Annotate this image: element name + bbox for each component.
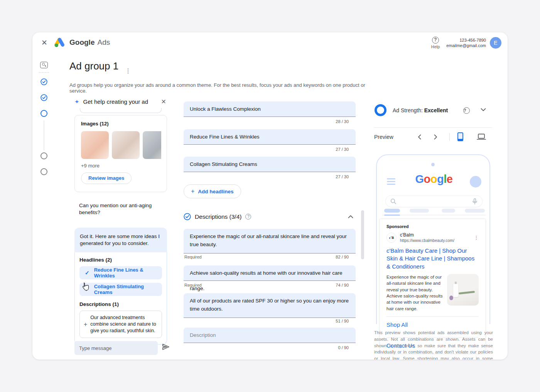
ad-strength-help-icon[interactable]: ? bbox=[463, 106, 470, 114]
ad-image-thumbnail-2[interactable] bbox=[112, 131, 140, 159]
chat-message-input[interactable] bbox=[74, 341, 158, 355]
ad-strength-ring-icon bbox=[375, 104, 386, 116]
mobile-preview-icon[interactable] bbox=[457, 132, 463, 141]
search-icon bbox=[390, 198, 397, 204]
chat-user-message: Can you mention our anti-aging benefits? bbox=[79, 202, 158, 216]
step-completed-icon-1[interactable] bbox=[40, 78, 47, 85]
image-thumbnails bbox=[81, 131, 161, 159]
ad-headline-link[interactable]: c'Balm Beauty Care | Shop Our Skin & Hai… bbox=[386, 247, 479, 270]
headlines-suggestions-label: Headlines (2) bbox=[79, 257, 162, 263]
descriptions-header: Descriptions (3/4) bbox=[195, 213, 241, 220]
ad-product-image bbox=[447, 274, 479, 306]
account-phone: 123-456-7890 bbox=[417, 37, 486, 43]
preview-disclaimer: This preview shows potential ads assembl… bbox=[374, 329, 493, 360]
description-input-3[interactable]: All of our products are rated SPF 30 or … bbox=[184, 293, 356, 318]
step-current-icon[interactable] bbox=[40, 110, 47, 117]
advertiser-logo: c'B bbox=[386, 233, 397, 243]
headline-input-2[interactable]: Reduce Fine Lines & Wrinkles bbox=[184, 129, 356, 145]
close-icon[interactable]: ✕ bbox=[40, 39, 49, 47]
step-completed-icon-2[interactable] bbox=[40, 94, 47, 101]
step-connector bbox=[44, 120, 44, 150]
avatar[interactable]: E bbox=[490, 37, 501, 49]
step-upcoming-icon-1[interactable] bbox=[40, 152, 47, 159]
microphone-icon bbox=[472, 198, 478, 204]
more-images-label: +9 more bbox=[81, 163, 160, 169]
mouse-cursor bbox=[82, 282, 89, 291]
scrolled-card-edge bbox=[80, 108, 162, 113]
assistant-header: ✦ Get help creating your ad ✕ bbox=[74, 98, 167, 105]
add-headlines-button[interactable]: + Add headlines bbox=[184, 184, 241, 198]
account-info: 123-456-7890 emailme@gmail.com bbox=[417, 37, 486, 48]
step-upcoming-icon-2[interactable] bbox=[40, 168, 47, 175]
headline-input-1[interactable]: Unlock a Flawless Complexion bbox=[184, 101, 356, 117]
panel-divider bbox=[374, 127, 492, 128]
collapse-chevron-up-icon[interactable] bbox=[348, 215, 353, 218]
plus-icon: + bbox=[84, 321, 87, 328]
plus-icon: + bbox=[191, 188, 194, 195]
desktop-preview-icon[interactable] bbox=[477, 133, 486, 140]
mock-avatar bbox=[470, 176, 481, 188]
description-input-4[interactable]: Description bbox=[184, 328, 356, 343]
ad-strength-label: Ad Strength: Excellent bbox=[393, 107, 448, 113]
advertiser-url: https://www.cbalmbeauty.com/ bbox=[400, 238, 454, 243]
images-label: Images (12) bbox=[81, 121, 160, 127]
description-input-1[interactable]: Experience the magic of our all-natural … bbox=[184, 229, 356, 253]
ad-image-thumbnail-3[interactable] bbox=[143, 131, 161, 159]
account-email: emailme@gmail.com bbox=[417, 43, 486, 48]
headline-chip-2[interactable]: ✓ Collagen Stimulating Creams bbox=[79, 283, 162, 296]
description-input-2[interactable]: Achieve salon-quality results at home wi… bbox=[184, 265, 356, 281]
assistant-close-icon[interactable]: ✕ bbox=[160, 98, 167, 105]
descriptions-check-icon bbox=[184, 213, 191, 220]
headline-chip-1[interactable]: ✓ Reduce Fine Lines & Wrinkles bbox=[79, 266, 162, 279]
descriptions-help-icon[interactable]: ? bbox=[245, 214, 251, 220]
send-icon[interactable] bbox=[162, 343, 170, 350]
rail-divider bbox=[39, 72, 49, 73]
check-icon: ✓ bbox=[85, 270, 89, 276]
ad-options-kebab-icon[interactable]: ⋮ bbox=[474, 235, 479, 240]
brand-ads: Ads bbox=[97, 38, 110, 47]
preview-prev-icon[interactable] bbox=[418, 134, 421, 140]
mock-tab-4 bbox=[465, 209, 485, 213]
ad-strength-value: Excellent bbox=[424, 107, 448, 113]
page-subtitle: Ad groups help you organize your ads aro… bbox=[69, 82, 378, 94]
preview-label: Preview bbox=[374, 134, 393, 140]
headline-input-3[interactable]: Collagen Stimulating Creams bbox=[184, 157, 356, 172]
assistant-reply-text: Got it. Here are some more ideas I gener… bbox=[74, 228, 167, 252]
ad-description-text: Experience the magic of our all-natural … bbox=[386, 274, 447, 312]
brand-google: Google bbox=[69, 38, 94, 47]
overview-search-icon[interactable] bbox=[40, 62, 48, 68]
descriptions-suggestions-label: Descriptions (1) bbox=[79, 301, 162, 307]
advertiser-name: c'Balm bbox=[400, 232, 454, 238]
mock-tab-active-underline bbox=[384, 215, 400, 216]
page-menu-kebab-icon[interactable]: ⋮ bbox=[125, 67, 131, 74]
ad-image-thumbnail-1[interactable] bbox=[81, 131, 109, 159]
sparkle-icon: ✦ bbox=[74, 98, 79, 105]
editor-scrollbar[interactable] bbox=[361, 210, 364, 259]
preview-next-icon[interactable] bbox=[434, 134, 437, 140]
ad-strength-chevron-down-icon[interactable] bbox=[481, 108, 486, 112]
mock-tab-3 bbox=[442, 209, 455, 213]
sponsored-label: Sponsored bbox=[386, 224, 479, 229]
assistant-title: Get help creating your ad bbox=[83, 98, 160, 105]
preview-toolbar-divider bbox=[449, 133, 450, 141]
phone-camera-dot bbox=[431, 163, 435, 166]
mock-search-bar bbox=[385, 195, 483, 207]
google-ads-logo: Google Ads bbox=[53, 37, 110, 48]
ads-triangle-logo-icon bbox=[53, 37, 66, 48]
google-ads-window: ✕ Google Ads ? Help 123-456-7890 emailme… bbox=[32, 32, 508, 360]
mock-tab-1 bbox=[384, 209, 400, 213]
description-suggestion-card[interactable]: + Our advanced treatments combine scienc… bbox=[79, 311, 162, 338]
review-images-button[interactable]: Review images bbox=[81, 172, 132, 184]
mock-tab-2 bbox=[410, 209, 429, 213]
images-card: Images (12) +9 more Review images bbox=[74, 115, 167, 192]
page-title: Ad group 1 bbox=[69, 60, 118, 72]
